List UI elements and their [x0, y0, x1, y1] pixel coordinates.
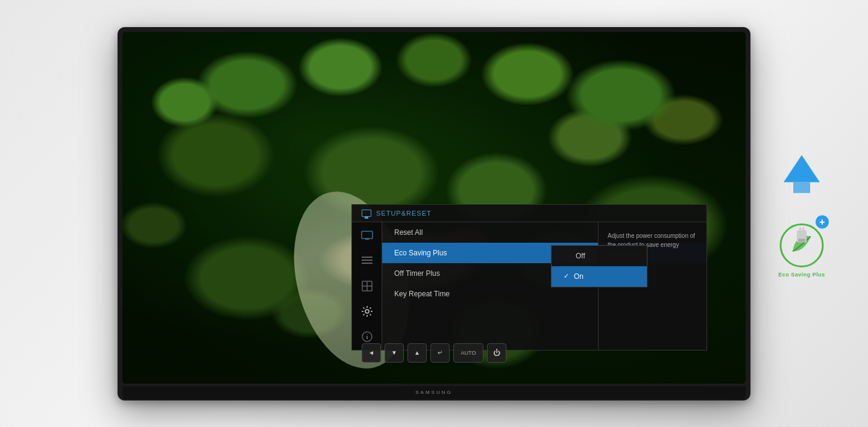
blue-arrow-up [784, 155, 820, 197]
osd-header: SETUP&RESET [352, 205, 706, 222]
eco-saving-text: Eco Saving Plus [778, 271, 825, 277]
osd-sidebar [352, 222, 382, 350]
arrow-rect [793, 182, 810, 193]
remote-power-button[interactable]: ⏻ [487, 343, 506, 363]
tv-container: SETUP&RESET [102, 18, 766, 410]
dropdown-item-off[interactable]: Off [552, 246, 647, 266]
power-icon: ⏻ [493, 349, 500, 357]
svg-point-11 [366, 334, 368, 335]
osd-menu: SETUP&RESET [351, 204, 707, 351]
dropdown-on-label: On [574, 272, 583, 281]
tv-screen: SETUP&RESET [122, 32, 746, 384]
remote-enter-button[interactable]: ↵ [430, 343, 450, 363]
monitor-icon [362, 210, 371, 217]
osd-dropdown: Off ✓ On [551, 245, 647, 287]
sidebar-icon-picture[interactable] [360, 228, 374, 243]
arrow-triangle [784, 155, 820, 182]
svg-rect-15 [802, 227, 804, 231]
menu-item-reset-all-label: Reset All [394, 228, 423, 237]
remote-arrow-down-button[interactable]: ▼ [385, 343, 404, 363]
arrow-up-icon: ▲ [414, 349, 420, 356]
svg-rect-1 [365, 238, 369, 240]
sidebar-icon-display[interactable] [360, 279, 374, 293]
osd-title: SETUP&RESET [376, 210, 432, 217]
sidebar-icon-settings[interactable] [360, 304, 374, 319]
tv-frame: SETUP&RESET [118, 27, 750, 401]
arrow-left-icon: ◄ [368, 349, 374, 356]
remote-bar: ◄ ▼ ▲ ↵ AUTO ⏻ [362, 343, 506, 363]
remote-arrow-up-button[interactable]: ▲ [407, 343, 427, 363]
svg-point-8 [365, 310, 369, 313]
dropdown-off-label: Off [576, 252, 585, 260]
remote-auto-button[interactable]: AUTO [453, 343, 483, 363]
eco-saving-badge: + Eco Saving Plus [772, 212, 832, 272]
svg-rect-16 [798, 238, 805, 242]
svg-rect-2 [362, 257, 373, 258]
auto-label: AUTO [461, 350, 476, 356]
svg-rect-3 [362, 260, 373, 261]
tv-bottom-bar: SAMSUNG [122, 386, 746, 399]
remote-arrow-left-button[interactable]: ◄ [362, 343, 381, 363]
svg-rect-0 [362, 231, 373, 238]
svg-rect-4 [362, 263, 373, 264]
menu-item-off-timer-plus-label: Off Timer Plus [394, 269, 440, 278]
sidebar-icon-info[interactable] [360, 329, 374, 344]
sidebar-icon-sound[interactable] [360, 254, 374, 268]
eco-plus-symbol: + [819, 217, 825, 226]
menu-item-eco-saving-plus-label: Eco Saving Plus [394, 249, 447, 257]
menu-item-key-repeat-time-label: Key Repeat Time [394, 290, 450, 298]
dropdown-item-on[interactable]: ✓ On [552, 266, 647, 287]
samsung-logo: SAMSUNG [415, 390, 452, 395]
right-side-content: + Eco Saving Plus [772, 155, 832, 272]
svg-rect-14 [799, 227, 801, 231]
osd-body: Reset All Eco Saving Plus Off Timer Plus… [352, 222, 706, 350]
enter-icon: ↵ [438, 349, 442, 356]
eco-plus-badge: + [816, 215, 829, 228]
arrow-down-icon: ▼ [391, 349, 397, 356]
dropdown-on-check: ✓ [564, 272, 569, 280]
eco-label: Eco Saving Plus [778, 271, 825, 277]
